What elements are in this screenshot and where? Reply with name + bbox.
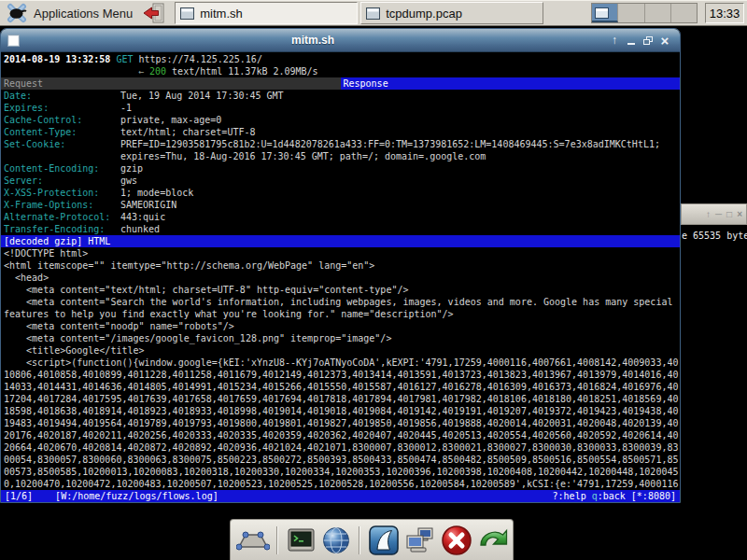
response-header-row: Transfer-Encoding:chunked bbox=[1, 223, 680, 235]
applications-menu-button[interactable]: Applications Menu bbox=[0, 0, 140, 26]
response-body-line: features to help you find exactly what y… bbox=[1, 308, 680, 320]
mitmproxy-window: mitm.sh ↑ × 2014-08-19 13:32:58GEThttps:… bbox=[0, 28, 681, 503]
response-body-line: 14033,4014431,4014636,4014805,4014991,40… bbox=[1, 381, 680, 393]
header-name: Server: bbox=[4, 175, 120, 187]
header-name bbox=[4, 150, 120, 162]
tab-response[interactable]: Response bbox=[341, 77, 681, 90]
logout-icon[interactable] bbox=[142, 2, 166, 24]
statusbar: [1/6] [W:/home/fuzz/logs/flows.log] ?:he… bbox=[1, 490, 680, 502]
shade-button-inactive[interactable]: ↑ bbox=[706, 209, 711, 219]
header-name: Expires: bbox=[4, 102, 120, 114]
header-value: -1 bbox=[120, 102, 132, 114]
header-name: X-Frame-Options: bbox=[4, 199, 120, 211]
background-tcpdump-window[interactable]: ↑ ─ □ × e 65535 byte bbox=[681, 203, 747, 513]
mini-window-icon bbox=[595, 7, 609, 19]
response-body-line: 10806,4010858,4010899,4011228,4011258,40… bbox=[1, 369, 680, 381]
wireshark-icon[interactable] bbox=[367, 524, 401, 557]
close-button-inactive[interactable]: × bbox=[737, 209, 742, 219]
taskbar-button-label: tcpdump.pcap bbox=[386, 7, 462, 21]
header-value: 443:quic bbox=[120, 211, 165, 223]
response-body-line: <title>Google</title> bbox=[1, 344, 680, 357]
response-body-line: 20176,4020187,4020211,4020256,4020333,40… bbox=[1, 429, 680, 441]
response-body-line: <meta content="text/html; charset=UTF-8"… bbox=[1, 284, 680, 296]
xfce-mouse-logo-icon bbox=[7, 3, 27, 23]
tab-request[interactable]: Request bbox=[1, 77, 341, 90]
proxy-mode: [*:8080] bbox=[631, 491, 676, 501]
workspace-cell-2[interactable] bbox=[618, 4, 644, 22]
workspace-pager[interactable] bbox=[591, 3, 698, 23]
taskbar-button-tcpdump[interactable]: tcpdump.pcap bbox=[360, 2, 543, 24]
header-value: Tue, 19 Aug 2014 17:30:45 GMT bbox=[120, 90, 284, 102]
response-headers: Date:Tue, 19 Aug 2014 17:30:45 GMT Expir… bbox=[1, 90, 680, 235]
header-name: Content-Type: bbox=[4, 126, 120, 138]
response-body-line: 0,10200470,10200472,10200483,10200507,10… bbox=[1, 478, 680, 490]
web-browser-icon[interactable] bbox=[320, 525, 352, 556]
response-body-line: <meta content="noodp" name="robots"/> bbox=[1, 320, 680, 332]
close-button[interactable]: × bbox=[656, 32, 673, 49]
window-icon bbox=[180, 7, 194, 20]
header-value: chunked bbox=[120, 223, 160, 235]
terminal-window-icon bbox=[7, 35, 20, 47]
response-header-row: Content-Type:text/html; charset=UTF-8 bbox=[1, 126, 680, 138]
flow-summary: text/html 11.37kB 2.09MB/s bbox=[172, 66, 318, 77]
taskbar-button-mitm[interactable]: mitm.sh bbox=[175, 2, 358, 24]
header-value: SAMEORIGIN bbox=[120, 199, 176, 211]
header-name: Transfer-Encoding: bbox=[4, 223, 120, 235]
flow-index: [1/6] bbox=[5, 490, 33, 502]
header-name: Alternate-Protocol: bbox=[4, 211, 120, 223]
minimize-button-inactive[interactable]: ─ bbox=[715, 209, 722, 219]
redo-arrow-icon[interactable] bbox=[477, 525, 509, 556]
header-value: text/html; charset=UTF-8 bbox=[120, 126, 256, 138]
flow-response-line: ←200text/html 11.37kB 2.09MB/s bbox=[1, 65, 680, 77]
flow-request-line: 2014-08-19 13:32:58GEThttps://74.125.225… bbox=[1, 53, 680, 65]
response-arrow-icon: ← bbox=[138, 66, 144, 77]
flow-status-code: 200 bbox=[149, 66, 166, 77]
response-header-row: Server:gws bbox=[1, 175, 680, 187]
flow-method: GET bbox=[116, 54, 133, 64]
response-body-line: <html itemscope="" itemtype="http://sche… bbox=[1, 259, 680, 272]
response-body-line: <head> bbox=[1, 272, 680, 284]
response-body-line: <meta content="/images/google_favicon_12… bbox=[1, 332, 680, 344]
background-window-text: e 65535 byte bbox=[681, 225, 747, 242]
shade-button[interactable]: ↑ bbox=[606, 32, 623, 49]
maximize-button[interactable] bbox=[640, 32, 656, 49]
header-value: PREF=ID=12903581795c81b2:U=1d4482078261a… bbox=[120, 138, 660, 150]
flows-file-path: [W:/home/fuzz/logs/flows.log] bbox=[55, 490, 218, 502]
decoded-content-banner: [decoded gzip] HTML bbox=[1, 235, 680, 247]
response-body: <!DOCTYPE html> <html itemscope="" itemt… bbox=[1, 247, 680, 490]
desktop: Applications Menu mitm.sh tcpdump.pcap bbox=[0, 0, 747, 560]
titlebar[interactable]: mitm.sh ↑ × bbox=[1, 29, 680, 52]
response-body-line: <!DOCTYPE html> bbox=[1, 247, 680, 259]
stop-icon[interactable] bbox=[440, 524, 473, 557]
taskbar: Applications Menu mitm.sh tcpdump.pcap bbox=[0, 0, 747, 26]
network-computers-icon[interactable] bbox=[404, 525, 436, 556]
response-body-line: 20664,4020670,4020814,4020872,4020892,40… bbox=[1, 441, 680, 454]
header-name: Set-Cookie: bbox=[4, 138, 120, 150]
terminal-emulator-icon[interactable] bbox=[285, 525, 317, 556]
response-body-line: 18598,4018638,4018914,4018923,4018933,40… bbox=[1, 405, 680, 417]
statusbar-shortcuts: ?:helpq:back[*:8080] bbox=[553, 490, 676, 502]
response-header-row: expires=Thu, 18-Aug-2016 17:30:45 GMT; p… bbox=[1, 150, 680, 162]
minimize-button[interactable] bbox=[623, 32, 640, 49]
response-body-line: 00573,8500585,10200013,10200083,10200318… bbox=[1, 466, 680, 478]
workspace-switcher-icon[interactable] bbox=[236, 525, 270, 556]
workspace-cell-4[interactable] bbox=[671, 4, 697, 22]
maximize-button-inactive[interactable]: □ bbox=[726, 209, 732, 219]
response-header-row: Cache-Control:private, max-age=0 bbox=[1, 114, 680, 126]
header-value: 1; mode=block bbox=[120, 187, 193, 199]
workspace-cell-1[interactable] bbox=[592, 4, 618, 22]
applications-menu-label: Applications Menu bbox=[34, 7, 133, 21]
window-title: mitm.sh bbox=[20, 34, 606, 47]
flow-url: https://74.125.225.16/ bbox=[138, 54, 261, 64]
background-window-titlebar[interactable]: ↑ ─ □ × bbox=[681, 203, 747, 225]
window-icon bbox=[366, 7, 380, 20]
response-body-line: <script>(function(){window.google={kEI:'… bbox=[1, 357, 680, 369]
mitmproxy-terminal[interactable]: 2014-08-19 13:32:58GEThttps://74.125.225… bbox=[1, 52, 680, 502]
dock bbox=[230, 519, 514, 560]
workspace-cell-3[interactable] bbox=[645, 4, 671, 22]
dock-separator bbox=[276, 526, 278, 554]
header-value: gzip bbox=[120, 162, 143, 175]
response-body-line: 17204,4017284,4017595,4017639,4017658,40… bbox=[1, 393, 680, 405]
response-header-row: X-XSS-Protection:1; mode=block bbox=[1, 187, 680, 199]
flow-timestamp: 2014-08-19 13:32:58 bbox=[4, 54, 110, 64]
